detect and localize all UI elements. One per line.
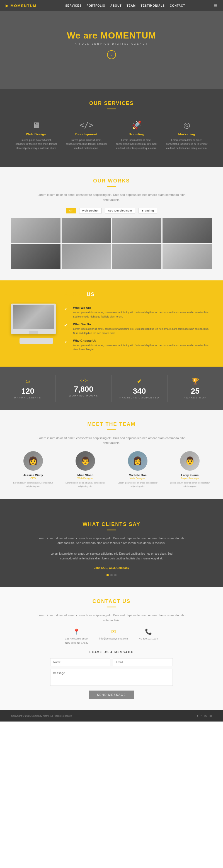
avatar-mike: 👨	[75, 451, 95, 471]
contact-section: CONTACT US Lorem ipsum dolor sit amet, c…	[0, 587, 223, 710]
service-desc-branding: Lorem ipsum dolor sit amet, consectetur …	[116, 138, 158, 150]
form-name-input[interactable]	[50, 658, 110, 666]
contact-desc: Lorem ipsum dolor sit amet, consectetur …	[36, 613, 187, 623]
about-monitor-wrapper	[11, 304, 56, 344]
team-title-prefix: MEET THE	[87, 421, 119, 427]
stat-icon-clients: ☺	[6, 378, 50, 385]
contact-divider	[107, 607, 116, 608]
social-linkedin[interactable]: in	[209, 714, 212, 718]
filter-webdesign[interactable]: Web Design	[79, 208, 102, 213]
contact-title-accent: US	[122, 598, 130, 604]
contact-address-line2: New York, NY 17832	[65, 641, 88, 645]
stat-icon-projects: ✔	[117, 378, 162, 385]
nav-link-about[interactable]: ABOUT	[110, 4, 122, 7]
nav-logo-arrow: ▶	[6, 4, 9, 8]
testimonials-title: WHAT CLIENTS SAY	[0, 510, 223, 527]
monitor-icon	[11, 304, 56, 334]
social-instagram[interactable]: in	[204, 714, 207, 718]
about-item-who: ✔ Who We Are Lorem ipsum dolor sit amet,…	[64, 306, 212, 319]
team-name-4: Larry Evans	[168, 473, 212, 477]
nav-link-portfolio[interactable]: PORTFOLIO	[87, 4, 105, 7]
dot-3[interactable]	[114, 574, 117, 576]
service-title-branding: Branding	[116, 132, 158, 136]
contact-title-prefix: CONTACT	[93, 598, 123, 604]
team-section: MEET THE TEAM Lorem ipsum dolor sit amet…	[0, 410, 223, 499]
work-item-1[interactable]	[11, 218, 61, 243]
hero-content: We are MOMENTUM A FULL SERVICE DIGITAL A…	[67, 30, 156, 59]
testimonial-dots	[0, 574, 223, 576]
work-item-6[interactable]	[62, 244, 111, 269]
stat-clients: ☺ 120 HAPPY CLIENTS	[0, 375, 56, 402]
team-member-3: 👩 Michele Doe Web Designer Lorem ipsum d…	[116, 451, 160, 488]
nav-menu-icon[interactable]: ☰	[214, 3, 217, 8]
team-role-1: CEO	[11, 477, 55, 479]
stats-section: ☺ 120 HAPPY CLIENTS </> 7,800 WORKING HO…	[0, 367, 223, 410]
stat-icon-hours: </>	[61, 378, 106, 383]
about-item-desc-3: Lorem ipsum dolor sit amet, consectetur …	[73, 343, 212, 351]
nav-link-services[interactable]: SERVICES	[65, 4, 82, 7]
about-title: ABOUT US	[64, 291, 212, 298]
work-item-2[interactable]	[62, 218, 111, 243]
avatar-jessica: 👩	[24, 451, 43, 471]
about-inner: ABOUT US ✔ Who We Are Lorem ipsum dolor …	[0, 291, 223, 355]
stat-label-clients: HAPPY CLIENTS	[6, 396, 50, 399]
nav-link-contact[interactable]: CONTACT	[170, 4, 185, 7]
service-desc-webdesign: Lorem ipsum dolor sit amet, consectetur …	[15, 138, 57, 150]
form-message-input[interactable]	[50, 669, 173, 686]
works-title-accent: WORKS	[108, 178, 130, 184]
team-title-accent: TEAM	[119, 421, 136, 427]
email-icon: ✉	[99, 628, 128, 635]
about-item-why: ✔ Why Choose Us Lorem ipsum dolor sit am…	[64, 339, 212, 351]
service-item-branding: 🚀 Branding Lorem ipsum dolor sit amet, c…	[112, 115, 162, 156]
about-item-title-3: Why Choose Us	[73, 339, 212, 342]
team-desc: Lorem ipsum dolor sit amet, consectetur …	[36, 436, 187, 445]
filter-all[interactable]: All	[66, 208, 76, 213]
filter-appdev[interactable]: App Development	[105, 208, 135, 213]
contact-email-value: info@companyname.com	[99, 637, 128, 641]
submit-button[interactable]: SEND MESSAGE	[89, 690, 134, 699]
works-title-prefix: OUR	[93, 178, 108, 184]
testimonials-title-prefix: WHAT	[83, 522, 101, 527]
hero-scroll-arrow[interactable]: ⌄	[107, 50, 116, 59]
team-name-2: Mike Sloan	[64, 473, 107, 477]
work-item-7[interactable]	[112, 244, 161, 269]
dev-icon: </>	[65, 121, 107, 130]
about-item-content-3: Why Choose Us Lorem ipsum dolor sit amet…	[73, 339, 212, 351]
stat-number-awards: 25	[173, 387, 217, 396]
nav-link-team[interactable]: TEAM	[127, 4, 135, 7]
stat-number-projects: 340	[117, 387, 162, 396]
testimonials-divider	[107, 530, 116, 530]
work-item-8[interactable]	[162, 244, 212, 269]
hero-heading-brand: MOMENTUM	[100, 30, 156, 40]
social-facebook[interactable]: f	[197, 714, 198, 718]
work-item-3[interactable]	[112, 218, 161, 243]
service-title-dev: Development	[65, 132, 107, 136]
service-title-marketing: Marketing	[166, 132, 208, 136]
stat-awards: 🏆 25 AWARDS WON	[167, 375, 223, 402]
form-email-input[interactable]	[113, 658, 173, 666]
contact-address-line1: 123 Awesome Street	[65, 637, 88, 641]
about-check-2: ✔	[64, 323, 70, 335]
work-item-5[interactable]	[11, 244, 61, 269]
dot-2[interactable]	[110, 574, 113, 576]
dot-1[interactable]	[106, 574, 109, 576]
nav-link-testimonials[interactable]: TESTIMONIALS	[141, 4, 165, 7]
testimonials-title-accent: CLIENTS	[101, 522, 127, 527]
about-title-accent: US	[87, 291, 95, 297]
team-divider	[107, 429, 116, 430]
stat-label-projects: PROJECTS COMPLETED	[117, 396, 162, 399]
team-role-4: Project Manager	[168, 477, 212, 479]
about-title-prefix: ABOUT	[64, 291, 87, 297]
contact-title: CONTACT US	[0, 587, 223, 604]
works-desc: Lorem ipsum dolor sit amet, consectetur …	[36, 192, 187, 202]
footer-copyright: Copyright © 2015 Company Name All Rights…	[11, 715, 72, 717]
testimonials-section: WHAT CLIENTS SAY Lorem ipsum dolor sit a…	[0, 499, 223, 587]
work-item-4[interactable]	[162, 218, 212, 243]
social-twitter[interactable]: t	[201, 714, 201, 718]
service-desc-dev: Lorem ipsum dolor sit amet, consectetur …	[65, 138, 107, 150]
stat-number-hours: 7,800	[61, 385, 106, 394]
filter-branding[interactable]: Branding	[138, 208, 157, 213]
stat-label-awards: AWARDS WON	[173, 396, 217, 399]
service-desc-marketing: Lorem ipsum dolor sit amet, consectetur …	[166, 138, 208, 150]
stat-projects: ✔ 340 PROJECTS COMPLETED	[112, 375, 167, 402]
